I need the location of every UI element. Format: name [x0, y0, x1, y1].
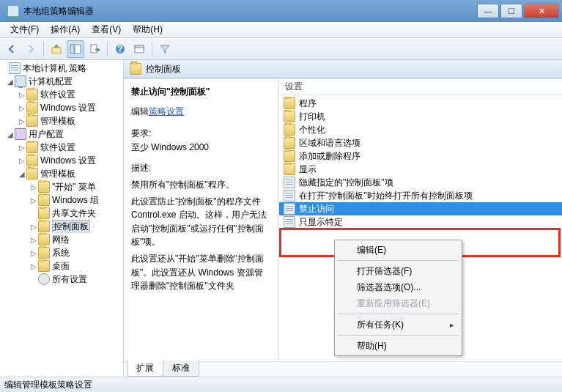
tree-label: 共享文件夹	[52, 207, 96, 220]
tree-item[interactable]: ▷Windows 组	[0, 193, 123, 207]
menu-action[interactable]: 操作(A)	[45, 22, 86, 37]
minimize-button[interactable]: —	[477, 4, 499, 18]
up-button[interactable]	[48, 40, 65, 58]
settings-row[interactable]: 只显示特定	[279, 215, 562, 229]
expand-icon[interactable]: ▷	[18, 144, 26, 152]
settings-row[interactable]: 显示	[279, 163, 562, 176]
tree-label: 所有设置	[52, 273, 87, 286]
expand-icon[interactable]: ▷	[29, 196, 38, 204]
tree-item[interactable]: ◢管理模板	[0, 167, 123, 180]
tree-control-panel[interactable]: ▷控制面板	[0, 220, 123, 233]
edit-label: 编辑	[131, 106, 149, 117]
svg-text:?: ?	[117, 44, 122, 54]
ctx-separator	[338, 314, 459, 314]
folder-icon	[284, 97, 295, 109]
menu-help[interactable]: 帮助(H)	[127, 22, 169, 37]
policy-tree[interactable]: 本地计算机 策略 ◢计算机配置 ▷软件设置 ▷Windows 设置 ▷管理模板 …	[0, 60, 123, 287]
tree-user-config[interactable]: ◢用户配置	[0, 127, 123, 141]
tree-computer-config[interactable]: ◢计算机配置	[0, 75, 123, 88]
settings-label: 只显示特定	[299, 216, 343, 229]
expand-icon[interactable]: ▷	[18, 117, 26, 125]
settings-row[interactable]: 隐藏指定的"控制面板"项	[279, 176, 562, 189]
collapse-icon[interactable]: ◢	[6, 130, 15, 138]
ctx-filter-options[interactable]: 筛选器选项(O)...	[336, 279, 460, 295]
expand-icon[interactable]: ▷	[29, 236, 38, 244]
menu-view[interactable]: 查看(V)	[86, 22, 127, 37]
ctx-help[interactable]: 帮助(H)	[336, 338, 460, 354]
menu-file[interactable]: 文件(F)	[4, 22, 45, 37]
export-button[interactable]	[86, 40, 103, 58]
folder-icon	[38, 221, 50, 232]
policy-title: 禁止访问"控制面板"	[131, 85, 271, 99]
user-icon	[15, 128, 26, 140]
tree-root[interactable]: 本地计算机 策略	[0, 62, 123, 75]
folder-icon	[130, 63, 141, 75]
gear-icon	[38, 273, 50, 285]
tree-item[interactable]: 所有设置	[0, 273, 123, 286]
tree-item[interactable]: ▷"开始" 菜单	[0, 180, 123, 193]
edit-policy-link[interactable]: 策略设置	[149, 106, 184, 117]
settings-label: 显示	[299, 163, 317, 176]
collapse-icon[interactable]: ◢	[18, 170, 26, 178]
close-button[interactable]: ✕	[524, 4, 559, 18]
settings-row[interactable]: 在打开"控制面板"时始终打开所有控制面板项	[279, 189, 562, 202]
tree-label: 控制面板	[52, 220, 90, 233]
app-icon	[7, 5, 19, 17]
settings-row[interactable]: 个性化	[279, 123, 562, 136]
ctx-filter-on[interactable]: 打开筛选器(F)	[336, 263, 460, 279]
folder-icon	[38, 194, 50, 206]
tree-item[interactable]: ▷软件设置	[0, 141, 123, 154]
expand-icon[interactable]: ▷	[29, 262, 38, 270]
tab-extended[interactable]: 扩展	[127, 360, 163, 377]
computer-icon	[15, 75, 26, 87]
settings-header[interactable]: 设置	[279, 79, 562, 95]
settings-row[interactable]: 打印机	[279, 110, 562, 123]
expand-icon[interactable]: ▷	[18, 157, 26, 165]
filter-button[interactable]	[156, 40, 174, 58]
tree-item[interactable]: ▷管理模板	[0, 114, 123, 127]
description-p1: 禁用所有"控制面板"程序。	[131, 178, 271, 192]
expand-icon[interactable]: ▷	[29, 223, 38, 231]
tab-standard[interactable]: 标准	[163, 360, 199, 377]
tree-label: 本地计算机 策略	[23, 62, 86, 75]
tree-item[interactable]: ▷软件设置	[0, 88, 123, 101]
expand-icon[interactable]: ▷	[29, 183, 38, 191]
collapse-icon[interactable]: ◢	[6, 78, 15, 86]
settings-label: 隐藏指定的"控制面板"项	[299, 177, 393, 189]
folder-icon	[26, 155, 38, 166]
settings-row[interactable]: 程序	[279, 97, 562, 110]
folder-icon	[26, 168, 38, 180]
tree-item[interactable]: ▷桌面	[0, 259, 123, 273]
maximize-button[interactable]: ☐	[500, 4, 522, 18]
tree-label: 管理模板	[40, 115, 75, 127]
settings-row[interactable]: 禁止访问	[279, 202, 562, 215]
tree-item[interactable]: ▷Windows 设置	[0, 101, 123, 114]
expand-icon[interactable]: ▷	[18, 91, 26, 99]
settings-row[interactable]: 区域和语言选项	[279, 136, 562, 149]
forward-button[interactable]	[22, 40, 40, 58]
svg-rect-3	[91, 45, 97, 53]
folder-icon	[38, 207, 50, 219]
ctx-all-tasks[interactable]: 所有任务(K)	[336, 317, 460, 333]
folder-icon	[284, 111, 295, 122]
properties-button[interactable]	[130, 40, 148, 58]
settings-label: 打印机	[299, 111, 325, 123]
help-button[interactable]: ?	[111, 40, 129, 58]
tree-label: Windows 组	[52, 194, 99, 207]
settings-label: 在打开"控制面板"时始终打开所有控制面板项	[299, 190, 473, 202]
tree-item[interactable]: 共享文件夹	[0, 207, 123, 220]
show-tree-button[interactable]	[67, 40, 84, 58]
tree-item[interactable]: ▷Windows 设置	[0, 154, 123, 167]
expand-icon[interactable]: ▷	[29, 249, 38, 257]
policy-icon	[284, 177, 295, 188]
tree-item[interactable]: ▷网络	[0, 233, 123, 246]
policy-icon	[9, 62, 21, 74]
back-button[interactable]	[3, 40, 21, 58]
expand-icon[interactable]: ▷	[18, 104, 26, 112]
settings-row[interactable]: 添加或删除程序	[279, 149, 562, 163]
tree-item[interactable]: ▷系统	[0, 246, 123, 259]
folder-icon	[284, 163, 295, 175]
ctx-edit[interactable]: 编辑(E)	[336, 242, 460, 258]
ctx-reapply-filter: 重新应用筛选器(E)	[336, 295, 460, 311]
policy-icon	[284, 203, 295, 215]
